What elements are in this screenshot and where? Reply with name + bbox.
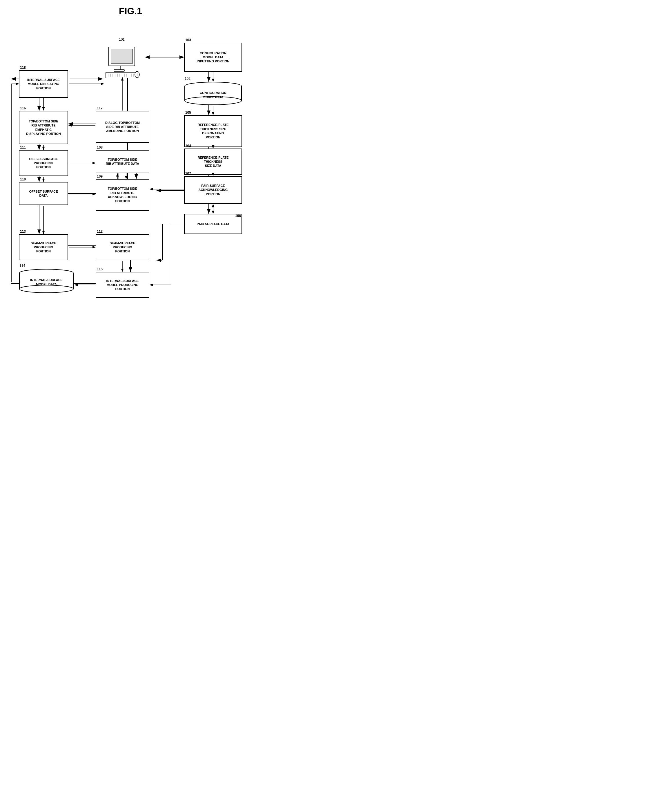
- node-101-label: 101: [119, 37, 125, 41]
- node-109: 109 TOP/BOTTOM SIDE RIB ATTRIBUTE ACKNOW…: [96, 179, 149, 211]
- node-107-label: 107: [185, 171, 191, 176]
- node-114-label: 114: [20, 264, 25, 268]
- svg-text:MODEL DATA: MODEL DATA: [202, 95, 224, 99]
- svg-text:CONFIGURATION: CONFIGURATION: [200, 91, 227, 95]
- node-109-text: TOP/BOTTOM SIDE RIB ATTRIBUTE ACKNOWLEDG…: [108, 186, 137, 203]
- node-109-label: 109: [97, 174, 103, 179]
- page-title: FIG.1: [6, 6, 255, 17]
- node-115-text: INTERNAL-SURFACE MODEL PRODUCING PORTION: [107, 279, 139, 291]
- node-105-text: REFERENCE-PLATE THICKNESS SIZE DESIGNATI…: [198, 123, 229, 139]
- node-114: 114 INTERNAL-SURFACE MODEL DATA: [19, 269, 74, 295]
- node-115-label: 115: [97, 267, 103, 272]
- computer-icon: [103, 46, 141, 80]
- node-108-label: 108: [97, 145, 103, 150]
- node-104-label: 104: [185, 144, 191, 148]
- node-103-text: CONFIGURATION MODEL DATA INPUTTING PORTI…: [197, 51, 229, 64]
- node-114-cylinder: INTERNAL-SURFACE MODEL DATA: [19, 269, 74, 295]
- node-118: 118 INTERNAL-SURFACE MODEL DISPLAYING PO…: [19, 70, 68, 98]
- node-108: 108 TOP/BOTTOM SIDE RIB ATTRIBUTE DATA: [96, 150, 149, 173]
- node-107: 107 PAIR-SURFACE ACKNOWLEDGING PORTION: [184, 176, 242, 204]
- node-107-text: PAIR-SURFACE ACKNOWLEDGING PORTION: [199, 184, 228, 196]
- node-105-label: 105: [185, 110, 191, 115]
- node-104: 104 REFERENCE-PLATE THICKNESS SIZE DATA: [184, 148, 242, 175]
- node-117: 117 DIALOG TOP/BOTTOM SIDE RIB ATTRIBUTE…: [96, 111, 149, 143]
- node-108-text: TOP/BOTTOM SIDE RIB ATTRIBUTE DATA: [106, 157, 139, 166]
- node-102-label: 102: [185, 76, 190, 81]
- svg-text:MODEL DATA: MODEL DATA: [36, 282, 57, 286]
- diagram: 101: [6, 25, 255, 321]
- node-105: 105 REFERENCE-PLATE THICKNESS SIZE DESIG…: [184, 115, 242, 147]
- node-104-text: REFERENCE-PLATE THICKNESS SIZE DATA: [198, 156, 229, 168]
- node-102: 102 CONFIGURATION MODEL DATA: [184, 82, 242, 105]
- node-116: 116 TOP/BOTTOM SIDE RIB ATTRIBUTE EMPHAT…: [19, 111, 68, 144]
- node-106-label: 106: [235, 214, 241, 218]
- node-112-text: SEAM-SURFACE PRODUCING PORTION: [110, 241, 135, 253]
- node-113: 113 SEAM-SURFACE PRODUCING PORTION: [19, 234, 68, 260]
- node-117-label: 117: [97, 106, 103, 111]
- node-112-label: 112: [97, 229, 103, 234]
- node-110-text: OFFSET-SURFACE DATA: [29, 189, 58, 198]
- node-111: 111 OFFSET-SURFACE PRODUCING PORTION: [19, 150, 68, 176]
- node-118-text: INTERNAL-SURFACE MODEL DISPLAYING PORTIO…: [27, 78, 60, 90]
- svg-text:INTERNAL-SURFACE: INTERNAL-SURFACE: [30, 278, 62, 282]
- svg-point-61: [20, 285, 73, 293]
- node-116-text: TOP/BOTTOM SIDE RIB ATTRIBUTE EMPHATIC D…: [26, 119, 61, 136]
- node-111-label: 111: [20, 145, 26, 150]
- node-115: 115 INTERNAL-SURFACE MODEL PRODUCING POR…: [96, 272, 149, 298]
- node-116-label: 116: [20, 106, 26, 111]
- svg-rect-34: [114, 70, 124, 71]
- svg-rect-32: [111, 49, 132, 64]
- node-113-label: 113: [20, 229, 26, 234]
- node-106-text: PAIR SURFACE DATA: [196, 222, 229, 226]
- node-103: 103 CONFIGURATION MODEL DATA INPUTTING P…: [184, 43, 242, 72]
- node-103-label: 103: [185, 38, 191, 43]
- node-102-cylinder: CONFIGURATION MODEL DATA: [184, 82, 242, 105]
- node-106: 106 PAIR SURFACE DATA: [184, 214, 242, 234]
- node-101: 101: [99, 43, 145, 83]
- node-113-text: SEAM-SURFACE PRODUCING PORTION: [31, 241, 56, 253]
- svg-rect-35: [106, 72, 138, 78]
- node-118-label: 118: [20, 66, 26, 70]
- node-117-text: DIALOG TOP/BOTTOM SIDE RIB ATTRIBUTE AME…: [105, 121, 140, 133]
- node-112: 112 SEAM-SURFACE PRODUCING PORTION: [96, 234, 149, 260]
- node-110: 110 OFFSET-SURFACE DATA: [19, 182, 68, 205]
- node-111-text: OFFSET-SURFACE PRODUCING PORTION: [29, 157, 58, 169]
- node-110-label: 110: [20, 177, 26, 182]
